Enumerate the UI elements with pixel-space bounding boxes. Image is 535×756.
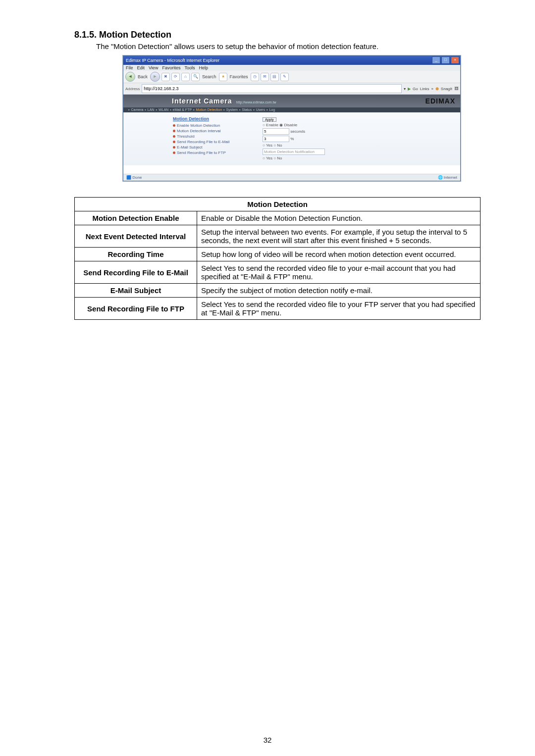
table-row: Send Recording File to E-Mail Select Yes… — [75, 261, 481, 284]
row-enable-label: Enable Motion Detection — [177, 123, 220, 128]
screenshot-window: Edimax IP Camera - Microsoft Internet Ex… — [123, 55, 461, 181]
search-label: Search — [202, 74, 216, 79]
status-right: Internet — [444, 175, 457, 180]
row-label: Send Recording File to E-Mail — [75, 261, 197, 284]
home-icon[interactable]: ⌂ — [181, 73, 190, 81]
send-ftp-yes[interactable]: ○ Yes — [263, 156, 272, 160]
row-threshold-label: Threshold — [177, 134, 195, 139]
tab-wlan[interactable]: WLAN — [159, 108, 168, 111]
tab-motion-detection[interactable]: Motion Detection — [196, 108, 222, 111]
row-label: Motion Detection Enable — [75, 211, 197, 225]
minimize-button[interactable]: _ — [432, 56, 440, 64]
hero-sub: http://www.edimax.com.tw — [236, 101, 276, 104]
row-desc: Specify the subject of motion detection … — [197, 284, 481, 298]
menu-edit[interactable]: Edit — [137, 65, 145, 70]
table-row: Next Event Detected Interval Setup the i… — [75, 225, 481, 248]
send-email-no[interactable]: ○ No — [273, 143, 282, 148]
address-label: Address — [125, 87, 140, 91]
menu-tools[interactable]: Tools — [184, 65, 195, 70]
print-icon[interactable]: ▤ — [270, 73, 279, 81]
subject-input[interactable] — [263, 149, 325, 155]
snagit-label[interactable]: SnagIt — [441, 87, 452, 91]
section-title: Motion Detection — [99, 30, 171, 40]
tab-camera[interactable]: Camera — [131, 108, 143, 111]
status-left: Done — [132, 175, 142, 180]
window-title: Edimax IP Camera - Microsoft Internet Ex… — [126, 58, 219, 63]
menu-view[interactable]: View — [149, 65, 158, 70]
tab-email-ftp[interactable]: eMail & FTP — [173, 108, 192, 111]
back-label: Back — [138, 74, 148, 79]
row-send-ftp-label: Send Recording File to FTP — [177, 151, 226, 155]
search-icon[interactable]: 🔍 — [191, 73, 200, 81]
hero-title: Internet Camera — [172, 97, 232, 105]
row-interval-label: Motion Detection Interval — [177, 129, 221, 133]
tab-status[interactable]: Status — [242, 108, 252, 111]
stop-icon[interactable]: ✖ — [161, 73, 170, 81]
row-subject-label: E-Mail Subject — [177, 145, 203, 150]
table-row: Recording Time Setup how long of video w… — [75, 248, 481, 261]
row-label: Send Recording File to FTP — [75, 298, 197, 320]
back-button[interactable]: ◄ — [125, 72, 135, 82]
tab-lan[interactable]: LAN — [148, 108, 155, 111]
tab-system[interactable]: System — [226, 108, 238, 111]
edit-icon[interactable]: ✎ — [280, 73, 289, 81]
tabbar: •Camera •LAN •WLAN •eMail & FTP •Motion … — [123, 107, 460, 112]
address-input[interactable] — [142, 84, 402, 93]
table-row: Send Recording File to FTP Select Yes to… — [75, 298, 481, 320]
menu-help[interactable]: Help — [199, 65, 208, 70]
maximize-button[interactable]: □ — [441, 56, 450, 64]
row-desc: Enable or Disable the Motion Detection F… — [197, 211, 481, 225]
mail-icon[interactable]: ✉ — [261, 73, 269, 81]
interval-unit: seconds — [290, 129, 305, 134]
interval-input[interactable] — [263, 128, 289, 135]
send-email-yes[interactable]: ○ Yes — [263, 143, 272, 148]
menu-file[interactable]: File — [126, 65, 133, 70]
intro-text: The "Motion Detection" allows users to s… — [96, 42, 481, 50]
row-desc: Setup the interval between two events. F… — [197, 225, 481, 248]
go-label[interactable]: Go — [413, 87, 418, 91]
tab-users[interactable]: Users — [256, 108, 265, 111]
row-desc: Select Yes to send the recorded video fi… — [197, 261, 481, 284]
section-number: 8.1.5. — [74, 30, 97, 40]
favorites-label: Favorites — [230, 74, 248, 79]
send-ftp-no[interactable]: ○ No — [273, 156, 282, 160]
toolbar: ◄ Back ► ✖ ⟳ ⌂ 🔍 Search ★ Favorites ◷ ✉ … — [123, 71, 460, 83]
settings-section-title: Motion Detection — [173, 116, 255, 121]
menubar: File Edit View Favorites Tools Help — [123, 65, 460, 71]
table-row: Motion Detection Enable Enable or Disabl… — [75, 211, 481, 225]
brand-logo: EDIMAX — [426, 97, 455, 105]
threshold-input[interactable] — [263, 136, 289, 142]
history-icon[interactable]: ◷ — [251, 73, 259, 81]
row-send-email-label: Send Recording File to E-Mail — [177, 140, 229, 144]
refresh-icon[interactable]: ⟳ — [171, 73, 180, 81]
close-button[interactable]: × — [451, 56, 459, 64]
table-row: E-Mail Subject Specify the subject of mo… — [75, 284, 481, 298]
row-desc: Select Yes to send the recorded video fi… — [197, 298, 481, 320]
tab-log[interactable]: Log — [269, 108, 275, 111]
row-desc: Setup how long of video will be record w… — [197, 248, 481, 261]
row-label: Recording Time — [75, 248, 197, 261]
row-label: Next Event Detected Interval — [75, 225, 197, 248]
favorites-icon[interactable]: ★ — [219, 73, 227, 81]
enable-radio[interactable]: ○ Enable — [263, 123, 278, 127]
menu-favorites[interactable]: Favorites — [162, 65, 180, 70]
row-label: E-Mail Subject — [75, 284, 197, 298]
links-label: Links — [420, 87, 429, 91]
disable-radio[interactable]: ◉ Disable — [279, 123, 297, 127]
table-header: Motion Detection — [75, 198, 481, 211]
page-number: 32 — [0, 736, 535, 744]
apply-button[interactable]: Apply — [263, 117, 276, 122]
forward-button[interactable]: ► — [150, 72, 160, 82]
description-table: Motion Detection Motion Detection Enable… — [74, 197, 481, 320]
